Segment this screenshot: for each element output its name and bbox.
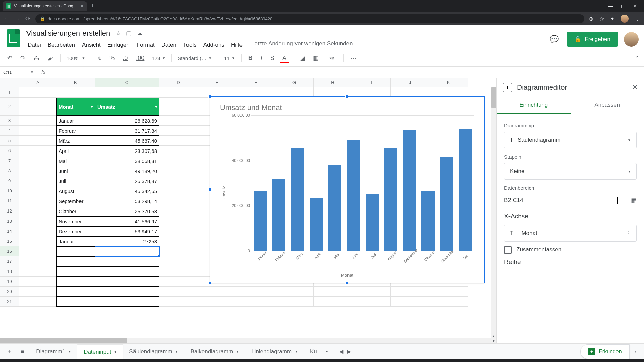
cell-A5[interactable] bbox=[19, 136, 56, 146]
sheet-tab[interactable]: Liniendiagramm▼ bbox=[245, 345, 304, 359]
cell-D19[interactable] bbox=[159, 277, 198, 287]
sheet-area[interactable]: ABCDEFGHIJK12Monat▾Umsatz▾3Januar26.628,… bbox=[0, 78, 496, 343]
cell-B16[interactable] bbox=[56, 246, 95, 256]
cell-C11[interactable]: 53.298,14 bbox=[95, 196, 159, 206]
strikethrough-button[interactable]: S bbox=[268, 53, 277, 64]
cell-B6[interactable]: April bbox=[56, 146, 95, 156]
cell-C7[interactable]: 38.068,31 bbox=[95, 156, 159, 166]
number-format-select[interactable]: 123▼ bbox=[150, 54, 167, 62]
cell-J20[interactable] bbox=[391, 287, 429, 297]
x-axis-field[interactable]: Tᴛ Monat ⋮ bbox=[504, 225, 637, 242]
cell-A13[interactable] bbox=[19, 216, 56, 226]
cell-C17[interactable] bbox=[95, 256, 159, 266]
fill-color-button[interactable]: ◢ bbox=[298, 52, 308, 64]
sheet-tab[interactable]: Ku…▼ bbox=[304, 345, 335, 359]
menu-file[interactable]: Datei bbox=[25, 40, 44, 50]
chart-bar[interactable] bbox=[347, 140, 360, 251]
cell-B5[interactable]: März bbox=[56, 136, 95, 146]
chart-bar[interactable] bbox=[272, 179, 285, 251]
cell-B15[interactable]: Januar bbox=[56, 236, 95, 246]
cell-C10[interactable]: 45.342,55 bbox=[95, 186, 159, 196]
cell-A12[interactable] bbox=[19, 206, 56, 216]
cell-I20[interactable] bbox=[352, 287, 391, 297]
stacking-select[interactable]: Keine ▼ bbox=[504, 163, 637, 180]
sheet-tab[interactable]: Säulendiagramm▼ bbox=[123, 345, 184, 359]
undo-button[interactable]: ↶ bbox=[5, 52, 15, 64]
sheet-tab[interactable]: Balkendiagramm▼ bbox=[184, 345, 245, 359]
cell-B7[interactable]: Mai bbox=[56, 156, 95, 166]
share-button[interactable]: 🔒 Freigeben bbox=[567, 32, 618, 47]
resize-handle[interactable] bbox=[208, 188, 211, 191]
tab-close-icon[interactable]: ✕ bbox=[80, 4, 84, 8]
cell-B2[interactable]: Monat▾ bbox=[56, 98, 95, 116]
doc-title[interactable]: Visualisierungen erstellen bbox=[25, 28, 111, 38]
more-tools-button[interactable]: ⋯ bbox=[348, 52, 359, 64]
menu-data[interactable]: Daten bbox=[159, 40, 179, 50]
aggregate-checkbox[interactable] bbox=[504, 246, 512, 254]
merge-button[interactable]: ⇥⇤ bbox=[324, 52, 339, 64]
cell-C5[interactable]: 45.687,40 bbox=[95, 136, 159, 146]
cell-A2[interactable] bbox=[19, 98, 56, 116]
cell-A15[interactable] bbox=[19, 236, 56, 246]
italic-button[interactable]: I bbox=[258, 53, 265, 64]
cell-C3[interactable]: 26.628,69 bbox=[95, 116, 159, 126]
cell-C12[interactable]: 26.370,58 bbox=[95, 206, 159, 216]
cell-D21[interactable] bbox=[159, 297, 198, 307]
chart-object[interactable]: Umsatz und Monat Umsatz 60.000,0040.000,… bbox=[210, 96, 485, 283]
tab-customize[interactable]: Anpassen bbox=[571, 97, 644, 114]
chart-bar[interactable] bbox=[384, 148, 397, 251]
resize-handle[interactable] bbox=[208, 95, 211, 98]
cell-C16[interactable] bbox=[95, 246, 159, 256]
cell-C4[interactable]: 31.717,84 bbox=[95, 126, 159, 136]
menu-view[interactable]: Ansicht bbox=[79, 40, 103, 50]
cell-D10[interactable] bbox=[159, 186, 198, 196]
side-panel-toggle[interactable]: ‹ bbox=[631, 349, 641, 355]
cell-D17[interactable] bbox=[159, 256, 198, 266]
decrease-decimal-button[interactable]: .0 bbox=[120, 53, 130, 64]
sheet-nav-prev[interactable]: ◀ bbox=[339, 348, 343, 355]
cell-H21[interactable] bbox=[314, 297, 352, 307]
data-range-input[interactable] bbox=[504, 197, 617, 204]
cell-A1[interactable] bbox=[19, 87, 56, 98]
cell-C18[interactable] bbox=[95, 266, 159, 277]
menu-edit[interactable]: Bearbeiten bbox=[45, 40, 78, 50]
cell-B9[interactable]: Juli bbox=[56, 176, 95, 186]
cell-B20[interactable] bbox=[56, 287, 95, 297]
cell-D15[interactable] bbox=[159, 236, 198, 246]
cell-B10[interactable]: August bbox=[56, 186, 95, 196]
cell-D3[interactable] bbox=[159, 116, 198, 126]
chart-bar[interactable] bbox=[459, 129, 472, 251]
cell-C8[interactable]: 49.189,20 bbox=[95, 166, 159, 176]
cell-D14[interactable] bbox=[159, 226, 198, 236]
cell-D6[interactable] bbox=[159, 146, 198, 156]
cell-D18[interactable] bbox=[159, 266, 198, 277]
cell-K21[interactable] bbox=[429, 297, 468, 307]
cell-A11[interactable] bbox=[19, 196, 56, 206]
print-button[interactable]: 🖶 bbox=[31, 53, 42, 64]
sheet-tab[interactable]: Dateninput▼ bbox=[77, 345, 123, 359]
cell-B17[interactable] bbox=[56, 256, 95, 266]
cell-B8[interactable]: Juni bbox=[56, 166, 95, 176]
sheet-nav-next[interactable]: ▶ bbox=[347, 348, 351, 355]
cell-B19[interactable] bbox=[56, 277, 95, 287]
menu-help[interactable]: Hilfe bbox=[228, 40, 245, 50]
cell-J21[interactable] bbox=[391, 297, 429, 307]
cell-A6[interactable] bbox=[19, 146, 56, 156]
cell-A18[interactable] bbox=[19, 266, 56, 277]
cell-A17[interactable] bbox=[19, 256, 56, 266]
cell-A7[interactable] bbox=[19, 156, 56, 166]
chart-bar[interactable] bbox=[291, 148, 304, 251]
horizontal-scrollbar[interactable] bbox=[0, 338, 491, 343]
cell-C13[interactable]: 41.566,97 bbox=[95, 216, 159, 226]
cell-E20[interactable] bbox=[198, 287, 236, 297]
cloud-status-icon[interactable]: ☁ bbox=[137, 29, 143, 37]
cell-A19[interactable] bbox=[19, 277, 56, 287]
cell-D8[interactable] bbox=[159, 166, 198, 176]
cell-B12[interactable]: Oktober bbox=[56, 206, 95, 216]
chart-bar[interactable] bbox=[328, 165, 341, 251]
cell-D4[interactable] bbox=[159, 126, 198, 136]
paint-format-button[interactable]: 🖌 bbox=[45, 53, 56, 64]
cell-B14[interactable]: Dezember bbox=[56, 226, 95, 236]
chart-bar[interactable] bbox=[440, 157, 453, 251]
percent-button[interactable]: % bbox=[107, 53, 117, 64]
